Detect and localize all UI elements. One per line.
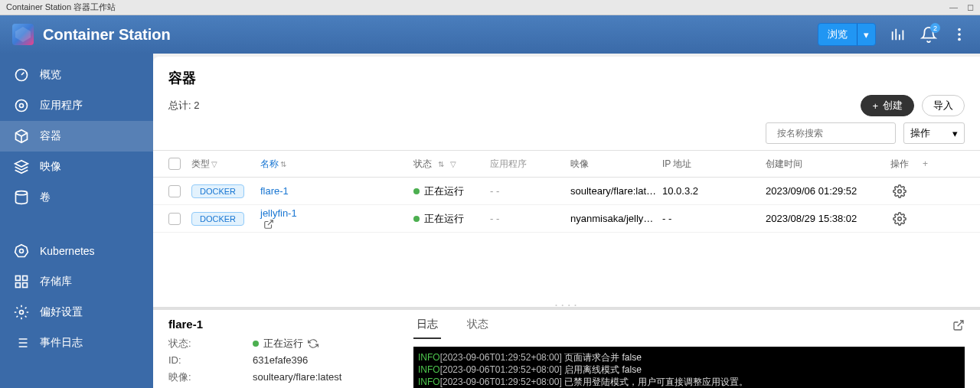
svg-rect-11 — [23, 283, 28, 288]
svg-point-7 — [20, 249, 24, 253]
window-title: Container Station 容器工作站 — [6, 2, 116, 13]
chevron-down-icon: ▾ — [952, 128, 958, 139]
svg-rect-8 — [16, 276, 21, 281]
activity-icon[interactable] — [890, 26, 906, 43]
sidebar-item-label: 概览 — [40, 68, 61, 82]
sidebar-item-overview[interactable]: 概览 — [0, 60, 153, 90]
sidebar: 概览 应用程序 容器 映像 卷 Kubernetes 存储库 偏好设 — [0, 54, 153, 388]
svg-point-0 — [958, 28, 961, 31]
list-icon — [14, 335, 29, 351]
sidebar-item-label: 应用程序 — [40, 99, 83, 112]
window-titlebar: Container Station 容器工作站 — ◻ — [0, 0, 980, 15]
menu-dots-icon[interactable] — [951, 26, 968, 43]
sidebar-item-label: Kubernetes — [40, 245, 95, 257]
sidebar-item-containers[interactable]: 容器 — [0, 121, 153, 152]
open-new-window-icon[interactable] — [952, 319, 965, 331]
row-action-gear-icon[interactable] — [893, 184, 906, 198]
app-logo-icon — [12, 24, 34, 45]
cube-icon — [14, 129, 29, 144]
apps-icon — [14, 98, 29, 113]
svg-point-5 — [20, 104, 24, 108]
sort-icon[interactable]: ⇅ — [280, 160, 286, 168]
page-title: 容器 — [168, 69, 965, 87]
svg-point-2 — [958, 38, 961, 41]
refresh-icon[interactable] — [308, 338, 318, 349]
gauge-icon — [14, 67, 29, 83]
sidebar-item-label: 存储库 — [40, 275, 72, 289]
tab-state[interactable]: 状态 — [464, 318, 492, 339]
sidebar-item-repositories[interactable]: 存储库 — [0, 266, 153, 297]
action-dropdown[interactable]: 操作 ▾ — [903, 122, 965, 144]
table-header: 类型▽ 名称⇅ 状态⇅▽ 应用程序 映像 IP 地址 创建时间 操作 + — [153, 150, 980, 178]
sidebar-item-apps[interactable]: 应用程序 — [0, 90, 153, 121]
sidebar-item-eventlog[interactable]: 事件日志 — [0, 328, 153, 358]
sidebar-item-images[interactable]: 映像 — [0, 152, 153, 182]
type-badge: DOCKER — [191, 184, 244, 198]
log-terminal[interactable]: INFO[2023-09-06T01:29:52+08:00] 页面请求合并 f… — [413, 347, 965, 388]
sidebar-item-label: 容器 — [40, 129, 61, 143]
row-checkbox[interactable] — [168, 185, 181, 197]
filter-icon[interactable]: ▽ — [211, 160, 217, 168]
plus-icon: + — [872, 100, 878, 112]
sidebar-item-kubernetes[interactable]: Kubernetes — [0, 236, 153, 266]
row-action-gear-icon[interactable] — [893, 212, 906, 226]
svg-point-12 — [20, 311, 24, 315]
total-count: 总计: 2 — [168, 99, 199, 112]
svg-rect-9 — [23, 276, 28, 281]
kubernetes-icon — [14, 243, 29, 259]
sidebar-item-label: 事件日志 — [40, 336, 83, 350]
row-checkbox[interactable] — [168, 213, 181, 225]
import-button[interactable]: 导入 — [922, 95, 965, 116]
detail-container-name: flare-1 — [168, 318, 413, 331]
svg-point-6 — [16, 191, 28, 195]
external-link-icon[interactable] — [263, 219, 274, 230]
table-row[interactable]: DOCKER flare-1 正在运行 - - soulteary/flare:… — [153, 178, 980, 205]
svg-point-15 — [898, 217, 902, 220]
status-dot-icon — [413, 216, 420, 222]
database-icon — [14, 190, 29, 205]
app-header: Container Station 浏览 ▾ 2 — [0, 15, 980, 54]
gear-icon — [14, 305, 29, 320]
maximize-icon[interactable]: ◻ — [967, 2, 974, 12]
app-name: Container Station — [43, 26, 171, 44]
container-name-link[interactable]: flare-1 — [260, 185, 413, 197]
browse-dropdown-icon[interactable]: ▾ — [857, 24, 875, 45]
svg-point-1 — [958, 33, 961, 36]
filter-icon[interactable]: ▽ — [450, 160, 456, 168]
table-row[interactable]: DOCKER jellyfin-1 正在运行 - - nyanmisaka/je… — [153, 205, 980, 233]
svg-point-4 — [16, 100, 28, 112]
content-area: 容器 总计: 2 + 创建 导入 — [153, 57, 980, 388]
sidebar-item-label: 卷 — [40, 191, 51, 204]
status-dot-icon — [253, 341, 259, 347]
detail-panel: flare-1 状态: 正在运行 ID: 631efafe396 映像: sou… — [153, 307, 980, 388]
svg-point-14 — [898, 189, 902, 193]
select-all-checkbox[interactable] — [168, 158, 181, 170]
container-name-link[interactable]: jellyfin-1 — [260, 207, 413, 230]
sidebar-item-label: 偏好设置 — [40, 305, 83, 319]
minimize-icon[interactable]: — — [949, 2, 958, 12]
search-input[interactable] — [766, 122, 896, 144]
notification-bell-icon[interactable]: 2 — [920, 26, 937, 43]
grid-icon — [14, 274, 29, 289]
tab-logs[interactable]: 日志 — [413, 318, 441, 339]
status-dot-icon — [413, 188, 420, 194]
sidebar-item-label: 映像 — [40, 160, 61, 174]
sort-icon[interactable]: ⇅ — [438, 160, 444, 168]
add-column-icon[interactable]: + — [923, 158, 938, 169]
sidebar-item-volumes[interactable]: 卷 — [0, 182, 153, 213]
layers-icon — [14, 159, 29, 174]
sidebar-item-preferences[interactable]: 偏好设置 — [0, 297, 153, 328]
svg-rect-10 — [16, 283, 21, 288]
create-button[interactable]: + 创建 — [861, 95, 914, 116]
notification-badge: 2 — [930, 23, 940, 33]
browse-button[interactable]: 浏览 ▾ — [818, 23, 876, 46]
type-badge: DOCKER — [191, 212, 244, 226]
